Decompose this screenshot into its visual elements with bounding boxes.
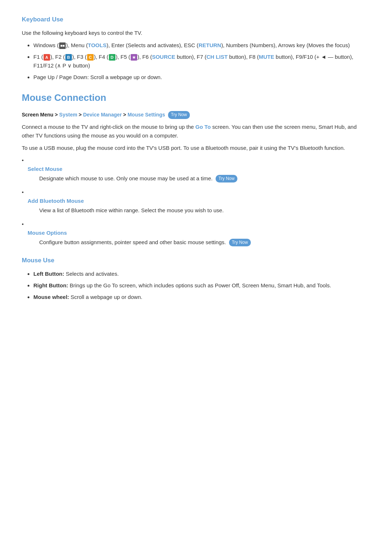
add-bluetooth-mouse-title: Add Bluetooth Mouse — [28, 197, 370, 205]
mouse-connection-title: Mouse Connection — [22, 90, 370, 106]
keyboard-bullet-page: Page Up / Page Down: Scroll a webpage up… — [33, 73, 370, 82]
mouse-use-list: Left Button: Selects and activates. Righ… — [22, 270, 370, 301]
go-to-link: Go To — [195, 124, 211, 130]
keyboard-bullet-windows: Windows (■■), Menu (TOOLS), Enter (Selec… — [33, 41, 370, 50]
mouse-wheel-term: Mouse wheel: — [33, 294, 69, 300]
left-button-term: Left Button: — [33, 271, 64, 277]
mouse-use-section: Mouse Use Left Button: Selects and activ… — [22, 255, 370, 301]
keyboard-use-intro: Use the following keyboard keys to contr… — [22, 29, 370, 37]
breadcrumb-device-manager: Device Manager — [83, 112, 122, 118]
f3-icon: C — [87, 54, 94, 61]
breadcrumb-system: System — [59, 112, 77, 118]
right-button-term: Right Button: — [33, 282, 68, 288]
f4-icon: D — [109, 54, 115, 61]
chlist-link: CH LIST — [207, 54, 228, 60]
return-link: RETURN — [199, 42, 221, 48]
f5-icon: ★ — [131, 54, 137, 61]
breadcrumb: Screen Menu > System > Device Manager > … — [22, 111, 370, 119]
mouse-connection-section: Mouse Connection Screen Menu > System > … — [22, 90, 370, 246]
f2-icon: B — [65, 54, 72, 61]
f1-icon: A — [44, 54, 50, 61]
select-mouse-title: Select Mouse — [28, 165, 370, 173]
keyboard-bullet-f1: F1 (A), F2 (B), F3 (C), F4 (D), F5 (★), … — [33, 53, 370, 70]
mouse-sub-items: • Select Mouse Designate which mouse to … — [28, 156, 370, 247]
right-button-desc: Brings up the Go To screen, which includ… — [68, 282, 331, 288]
keyboard-bullet-list: Windows (■■), Menu (TOOLS), Enter (Selec… — [22, 41, 370, 82]
windows-icon: ■■ — [59, 42, 66, 49]
mute-link: MUTE — [259, 54, 274, 60]
right-button-item: Right Button: Brings up the Go To screen… — [33, 281, 370, 290]
breadcrumb-try-now-badge[interactable]: Try Now — [168, 111, 190, 119]
source-link: SOURCE — [152, 54, 175, 60]
select-mouse-desc: Designate which mouse to use. Only one m… — [39, 174, 370, 183]
keyboard-use-title: Keyboard Use — [22, 15, 370, 24]
mouse-options-title: Mouse Options — [28, 229, 370, 237]
add-bluetooth-mouse-item: • Add Bluetooth Mouse View a list of Blu… — [28, 188, 370, 215]
left-button-desc: Selects and activates. — [64, 271, 119, 277]
breadcrumb-prefix: Screen Menu > — [22, 112, 59, 118]
mouse-wheel-item: Mouse wheel: Scroll a webpage up or down… — [33, 293, 370, 301]
mouse-wheel-desc: Scroll a webpage up or down. — [69, 294, 142, 300]
mouse-connection-para2: To use a USB mouse, plug the mouse cord … — [22, 144, 370, 152]
select-mouse-try-now[interactable]: Try Now — [216, 175, 237, 182]
add-bluetooth-mouse-desc: View a list of Bluetooth mice within ran… — [39, 206, 370, 215]
left-button-item: Left Button: Selects and activates. — [33, 270, 370, 278]
select-mouse-item: • Select Mouse Designate which mouse to … — [28, 156, 370, 183]
mouse-options-item: • Mouse Options Configure button assignm… — [28, 220, 370, 247]
mouse-options-desc: Configure button assignments, pointer sp… — [39, 238, 370, 247]
breadcrumb-mouse-settings: Mouse Settings — [127, 112, 165, 118]
mouse-use-title: Mouse Use — [22, 255, 370, 265]
mouse-connection-para1: Connect a mouse to the TV and right-clic… — [22, 123, 370, 140]
tools-link: TOOLS — [88, 42, 106, 48]
mouse-options-try-now[interactable]: Try Now — [229, 239, 251, 246]
keyboard-use-section: Keyboard Use Use the following keyboard … — [22, 15, 370, 82]
